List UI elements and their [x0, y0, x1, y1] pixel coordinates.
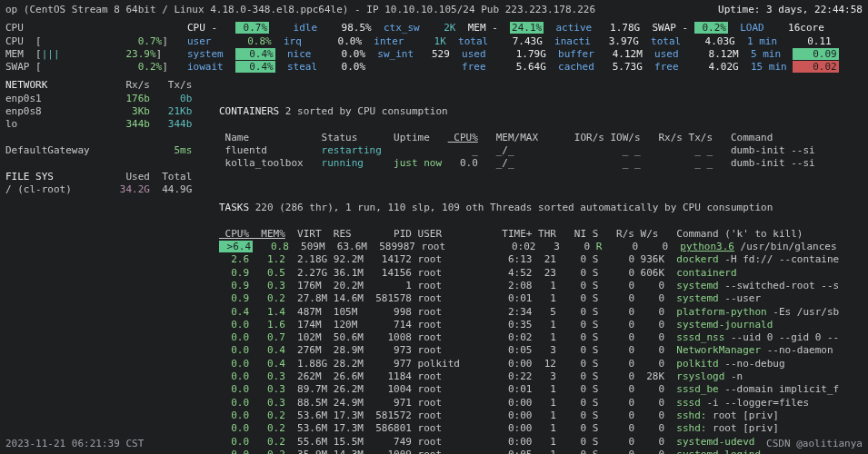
clock: 2023-11-21 06:21:39 CST	[5, 438, 144, 450]
watermark: CSDN @aolitianya	[766, 438, 863, 450]
summary-block: CPU CPU [ 0.7%] MEM [||| 23.9%] SWAP [ 0…	[5, 22, 863, 74]
tasks-block: TASKS 220 (286 thr), 1 run, 110 slp, 109…	[219, 202, 863, 454]
side-column: NETWORK Rx/s Tx/s enp0s1 176b 0b enp0s8 …	[5, 79, 219, 454]
uptime: Uptime: 3 days, 22:44:58	[718, 4, 863, 16]
footer: 2023-11-21 06:21:39 CST CSDN @aolitianya	[5, 438, 863, 450]
containers-block: CONTAINERS 2 sorted by CPU consumption N…	[219, 105, 863, 170]
mini-bars: CPU CPU [ 0.7%] MEM [||| 23.9%] SWAP [ 0…	[5, 22, 187, 74]
stats-grid: CPU - 0.7% idle 98.5% ctx_sw 2K MEM - 24…	[187, 22, 839, 74]
header-bar: op (CentOS Stream 8 64bit / Linux 4.18.0…	[5, 4, 863, 16]
os-info: op (CentOS Stream 8 64bit / Linux 4.18.0…	[5, 4, 595, 16]
